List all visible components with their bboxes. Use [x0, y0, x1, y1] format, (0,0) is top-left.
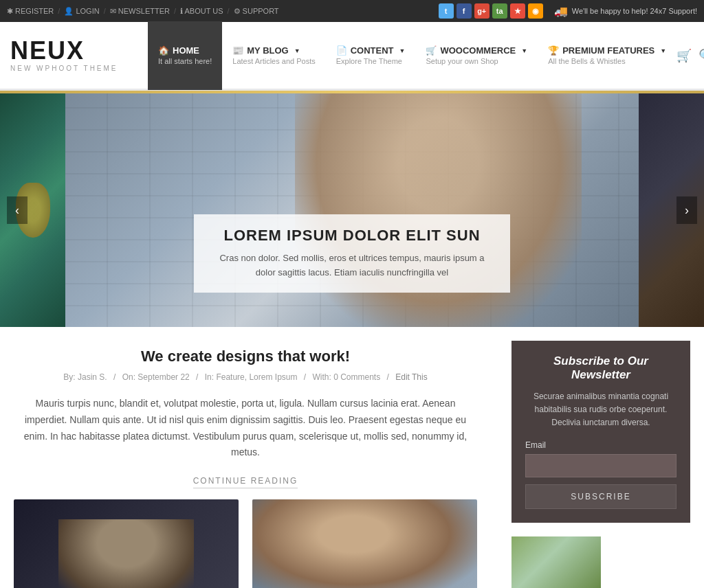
- posts-row: [14, 499, 477, 588]
- premium-arrow: ▼: [660, 47, 666, 54]
- tripadvisor-icon[interactable]: ta: [492, 3, 507, 19]
- slider-prev-button[interactable]: ‹: [7, 196, 28, 224]
- slider-title: LOREM IPSUM DOLOR ELIT SUN: [214, 227, 490, 245]
- content-icon: 📄: [336, 45, 347, 56]
- nav-content-label: CONTENT: [351, 45, 394, 56]
- gallery-thumb-1[interactable]: [512, 536, 601, 588]
- meta-sep4: /: [387, 372, 392, 382]
- newsletter-desc: Securae animalibus minantia cognati habi…: [525, 390, 676, 430]
- post-thumb-1[interactable]: [14, 499, 239, 588]
- meta-edit[interactable]: Edit This: [395, 372, 427, 382]
- nav-premium-sublabel: All the Bells & Whistles: [548, 57, 666, 65]
- rss-icon[interactable]: ◉: [528, 3, 543, 19]
- nav-woo-label: WOOCOMMERCE: [440, 45, 516, 56]
- newsletter-box: Subscribe to Our Newsletter Securae anim…: [512, 341, 690, 523]
- support-message: 🚚 We'll be happy to help! 24x7 Support!: [554, 5, 697, 18]
- top-bar-links: ✱ REGISTER / 👤 LOGIN / ✉ NEWSLETTER / ℹ …: [7, 7, 279, 16]
- social-icons: t f g+ ta ★ ◉: [439, 3, 543, 19]
- nav-woo-sublabel: Setup your own Shop: [426, 57, 527, 65]
- nav-content-sublabel: Explore The Theme: [336, 57, 406, 65]
- support-text: We'll be happy to help! 24x7 Support!: [572, 7, 697, 15]
- thumb-person-1: [58, 519, 193, 588]
- continue-link[interactable]: CONTINUE READING: [193, 476, 298, 488]
- register-link[interactable]: ✱ REGISTER: [7, 7, 54, 16]
- nav-myblog[interactable]: 📰 MY BLOG ▼ Latest Articles and Posts: [222, 21, 325, 90]
- sep4: /: [228, 7, 230, 15]
- nav-content[interactable]: 📄 CONTENT ▼ Explore The Theme: [326, 21, 416, 90]
- top-bar: ✱ REGISTER / 👤 LOGIN / ✉ NEWSLETTER / ℹ …: [0, 0, 704, 22]
- nav-home[interactable]: 🏠 HOME It all starts here!: [148, 21, 222, 90]
- content-arrow: ▼: [399, 47, 406, 54]
- slider-main: LOREM IPSUM DOLOR ELIT SUN Cras non dolo…: [65, 93, 639, 327]
- thumb-person-2: [252, 499, 477, 588]
- continue-reading: CONTINUE READING: [14, 475, 477, 486]
- gallery-image-1: [512, 536, 601, 588]
- slider-text: Cras non dolor. Sed mollis, eros et ultr…: [214, 251, 490, 280]
- nav-home-sublabel: It all starts here!: [158, 57, 212, 65]
- content-area: We create designs that work! By: Jasin S…: [0, 327, 498, 588]
- main-content: We create designs that work! By: Jasin S…: [0, 327, 704, 588]
- support-link[interactable]: ⚙ SUPPORT: [234, 7, 279, 16]
- nav-blog-label: MY BLOG: [247, 45, 288, 56]
- woo-icon: 🛒: [426, 45, 437, 56]
- google-icon[interactable]: g+: [474, 3, 490, 19]
- slider-left-panel: ‹: [0, 93, 65, 327]
- meta-with: With: 0 Comments: [313, 372, 381, 382]
- cart-icon[interactable]: 🛒: [676, 48, 692, 63]
- article-body: Mauris turpis nunc, blandit et, volutpat…: [14, 396, 477, 461]
- meta-on: On: September 22: [122, 372, 190, 382]
- email-input[interactable]: [525, 454, 676, 477]
- nav-blog-sublabel: Latest Articles and Posts: [232, 57, 315, 65]
- newsletter-link[interactable]: ✉ NEWSLETTER: [110, 7, 170, 16]
- sep1: /: [58, 7, 60, 15]
- header: NEUX NEW WPHOOT THEME 🏠 HOME It all star…: [0, 22, 704, 91]
- article-title: We create designs that work!: [14, 348, 477, 365]
- slider-right-panel: ›: [639, 93, 704, 327]
- nav-woocommerce[interactable]: 🛒 WOOCOMMERCE ▼ Setup your own Shop: [415, 21, 538, 90]
- sidebar-gallery: [512, 536, 690, 588]
- facebook-icon[interactable]: f: [456, 3, 472, 19]
- logo-area: NEUX NEW WPHOOT THEME: [10, 38, 148, 72]
- slider-section: ‹ LOREM IPSUM DOLOR ELIT SUN Cras non do…: [0, 93, 704, 327]
- top-bar-right: t f g+ ta ★ ◉ 🚚 We'll be happy to help! …: [439, 3, 697, 19]
- login-link[interactable]: 👤 LOGIN: [64, 7, 99, 16]
- nav-premium-label: PREMIUM FEATURES: [562, 45, 654, 56]
- nav-icons-right: 🛒 🔍: [676, 21, 704, 90]
- article-meta: By: Jasin S. / On: September 22 / In: Fe…: [14, 372, 477, 382]
- nav-home-label: HOME: [173, 45, 199, 56]
- sidebar: Subscribe to Our Newsletter Securae anim…: [498, 327, 704, 588]
- woo-arrow: ▼: [521, 47, 527, 54]
- logo-title[interactable]: NEUX: [10, 38, 148, 63]
- email-label: Email: [525, 440, 676, 450]
- star-icon[interactable]: ★: [510, 3, 525, 19]
- twitter-icon[interactable]: t: [439, 3, 454, 19]
- blog-arrow: ▼: [294, 47, 300, 54]
- subscribe-button[interactable]: SUBSCRIBE: [525, 484, 676, 509]
- premium-icon: 🏆: [548, 45, 559, 56]
- meta-in: In: Feature, Lorem Ipsum: [205, 372, 298, 382]
- truck-icon: 🚚: [554, 5, 568, 18]
- meta-sep2: /: [196, 372, 201, 382]
- post-thumb-2[interactable]: [252, 499, 477, 588]
- sep3: /: [174, 7, 176, 15]
- logo-tagline: NEW WPHOOT THEME: [10, 65, 148, 72]
- blog-icon: 📰: [232, 45, 243, 56]
- nav-premium[interactable]: 🏆 PREMIUM FEATURES ▼ All the Bells & Whi…: [538, 21, 676, 90]
- newsletter-title: Subscribe to Our Newsletter: [525, 354, 676, 382]
- search-icon[interactable]: 🔍: [698, 48, 704, 63]
- slider-caption: LOREM IPSUM DOLOR ELIT SUN Cras non dolo…: [194, 214, 510, 293]
- slider-next-button[interactable]: ›: [676, 196, 697, 224]
- home-icon: 🏠: [158, 45, 169, 56]
- main-nav: 🏠 HOME It all starts here! 📰 MY BLOG ▼ L…: [148, 21, 704, 90]
- meta-sep1: /: [113, 372, 118, 382]
- about-link[interactable]: ℹ ABOUT US: [180, 7, 223, 16]
- sep2: /: [104, 7, 106, 15]
- meta-by: By: Jasin S.: [63, 372, 107, 382]
- meta-sep3: /: [304, 372, 309, 382]
